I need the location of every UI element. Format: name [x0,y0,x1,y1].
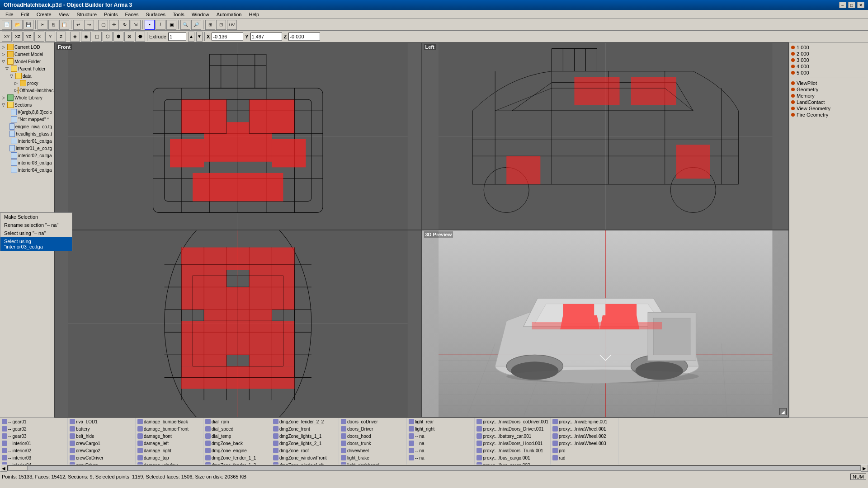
list-area[interactable]: -- gear01 -- gear02 -- gear03 -- interio… [0,418,868,465]
rotate-btn[interactable]: ↻ [120,20,130,30]
tree-current-lod[interactable]: ▷ Current LOD [1,43,53,51]
viewport-top[interactable]: Top [54,230,422,418]
list-item[interactable]: -- na [409,454,472,461]
lod-2[interactable]: 2.000 [791,51,866,57]
list-item[interactable]: damage_window [137,461,201,465]
list-item[interactable]: dmgZone_back [205,440,269,447]
menu-window[interactable]: Window [188,11,213,18]
list-item[interactable]: damage_left [137,440,201,447]
geom-btn5[interactable]: ⬢ [113,32,123,42]
copy-btn[interactable]: ⎘ [48,20,58,30]
list-item[interactable]: proxy:...\nivaDoors_coDriver.001 [476,418,548,425]
list-item[interactable]: riva_LOD1 [70,418,133,425]
open-btn[interactable]: 📂 [13,20,23,30]
geom-btn3[interactable]: ◫ [92,32,102,42]
list-item[interactable]: proxy:...\nivaDoors_Driver.001 [476,425,548,432]
list-item[interactable]: dmgZone_fender_1_1 [205,454,269,461]
zoom-out[interactable]: 🔎 [191,20,201,30]
tree-interior04[interactable]: · interior04_co.tga [1,166,53,174]
list-item[interactable]: damage_top [137,454,201,461]
scroll-right-btn[interactable]: ▶ [861,465,868,472]
cut-btn[interactable]: ✂ [38,20,47,30]
tree-whole-library[interactable]: ▷ Whole Library [1,94,53,101]
scroll-track[interactable] [7,465,861,471]
minimize-button[interactable]: − [839,2,846,8]
lod-firegeometry[interactable]: Fire Geometry [791,112,866,118]
coord-z-input[interactable] [288,33,320,41]
list-item[interactable]: light_dashboard [341,461,405,465]
list-item[interactable]: -- gear02 [2,425,66,432]
ctx-rename-selection[interactable]: Rename selection "– na" [0,221,54,229]
list-item[interactable]: light_rear [409,418,472,425]
extrude-input[interactable] [168,33,186,41]
viewport-left[interactable]: Left [422,42,789,230]
list-item[interactable]: -- gear03 [2,432,66,440]
tree-interior01[interactable]: · interior01_co.tga [1,137,53,145]
menu-automation[interactable]: Automation [213,11,245,18]
extrude-down[interactable]: ▼ [196,32,203,42]
list-item[interactable]: proxy:...\nivaDoors_Trunk.001 [476,447,548,454]
geom-btn6[interactable]: ⊠ [124,32,134,42]
list-item[interactable]: proxy:...\nivaWheel.002 [552,432,616,440]
tree-parent-folder[interactable]: ▽ Parent Folder [1,65,53,72]
viewport-front[interactable]: Front [54,42,422,230]
points-btn[interactable]: • [145,20,155,30]
ctx-select-using-interior03[interactable]: Select using "interior03_co.tga [0,237,54,251]
menu-help[interactable]: Help [245,11,263,18]
list-item[interactable]: doors_trunk [341,440,405,447]
list-item[interactable]: doors_Driver [341,425,405,432]
list-item[interactable]: dmgZone_lights_1_1 [273,432,337,440]
list-item[interactable]: battery [70,425,133,432]
list-item[interactable]: crewCargo2 [70,447,133,454]
tree-engine[interactable]: · engine_niva_co.tg [1,123,53,130]
menu-faces[interactable]: Faces [122,11,142,18]
lod-3[interactable]: 3.000 [791,57,866,63]
scroll-left-btn[interactable]: ◀ [0,465,7,472]
list-item[interactable]: dmgZone_windowFront [273,454,337,461]
mode-btn2[interactable]: XZ [13,32,23,42]
zoom-in[interactable]: 🔍 [180,20,190,30]
menu-points[interactable]: Points [100,11,122,18]
tree-interior01e[interactable]: · interior01_e_co.tg [1,145,53,152]
ctx-make-selection[interactable]: Make Selection [0,213,54,221]
move-btn[interactable]: ✛ [109,20,119,30]
viewport-scroll-btn[interactable]: ◢ [779,408,787,415]
geom-btn7[interactable]: ⬣ [135,32,145,42]
list-item[interactable]: -- interior02 [2,447,66,454]
list-item[interactable]: damage_bumperBack [137,418,201,425]
viewport-3d[interactable]: 3D Preview [422,230,789,418]
list-item[interactable]: doors_hood [341,432,405,440]
mode-btn1[interactable]: XY [2,32,12,42]
list-item[interactable]: crewCargo1 [70,440,133,447]
list-item[interactable]: doors_coDriver [341,418,405,425]
list-item[interactable]: dial_rpm [205,418,269,425]
tree-section-argb[interactable]: · #{argb,8,8,3}colo [1,108,53,116]
list-item[interactable]: proxy:...\nivaDoors_Hood.001 [476,440,548,447]
lod-viewgeometry[interactable]: View Geometry [791,105,866,112]
mode-btn4[interactable]: X [34,32,44,42]
list-item[interactable]: dmgZone_engine [205,447,269,454]
lod-4[interactable]: 4.000 [791,63,866,70]
tree-interior02[interactable]: · interior02_co.tga [1,152,53,159]
tree-interior03[interactable]: · interior03_co.tga [1,159,53,166]
ctx-select-using-na[interactable]: Select using "– na" [0,229,54,237]
list-item[interactable]: -- interior01 [2,440,66,447]
list-item[interactable]: dial_temp [205,432,269,440]
faces-btn[interactable]: ▣ [166,20,176,30]
list-item[interactable]: -- na [409,447,472,454]
tree-current-model[interactable]: ▷ Current Model [1,51,53,58]
geom-btn1[interactable]: ◈ [70,32,80,42]
list-item[interactable]: proxy:...\battery_car.001 [476,432,548,440]
mode-btn3[interactable]: YZ [24,32,33,42]
list-item[interactable]: dial_speed [205,425,269,432]
paste-btn[interactable]: 📋 [59,20,69,30]
menu-edit[interactable]: Edit [17,11,33,18]
list-item[interactable]: damage_right [137,447,201,454]
snap-btn[interactable]: ⊡ [216,20,226,30]
list-item[interactable]: dmgZone_front [273,425,337,432]
mode-btn5[interactable]: Y [45,32,55,42]
menu-file[interactable]: File [2,11,17,18]
menu-create[interactable]: Create [33,11,55,18]
extrude-up[interactable]: ▲ [188,32,194,42]
redo-btn[interactable]: ↪ [84,20,94,30]
